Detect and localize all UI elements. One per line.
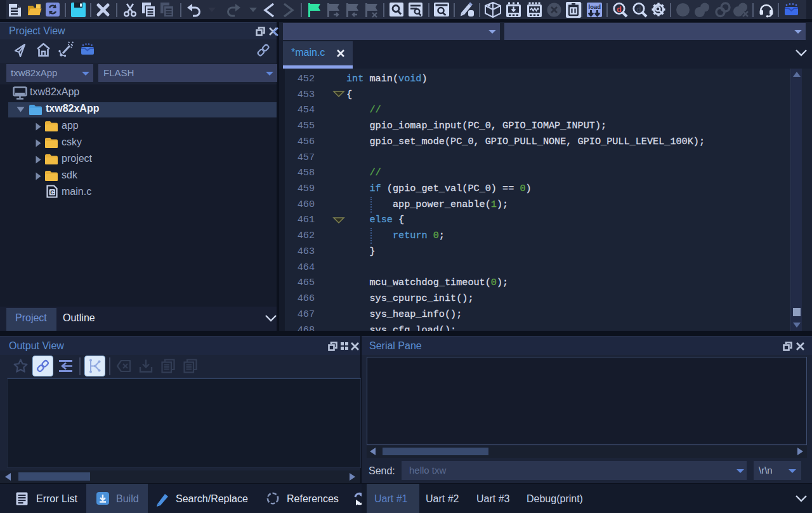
svg-text:load: load [589,3,601,10]
svg-text:d: d [617,5,622,15]
svg-text:C: C [50,189,55,196]
svg-text:d: d [636,5,641,15]
